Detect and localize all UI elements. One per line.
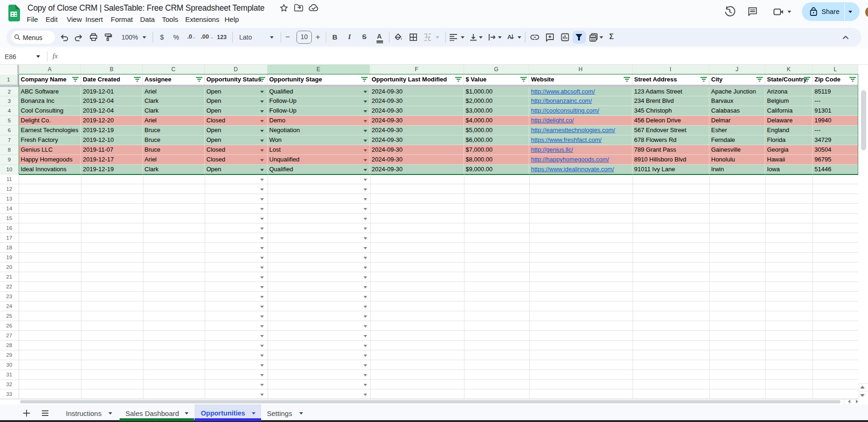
svg-text:A: A	[507, 33, 512, 40]
